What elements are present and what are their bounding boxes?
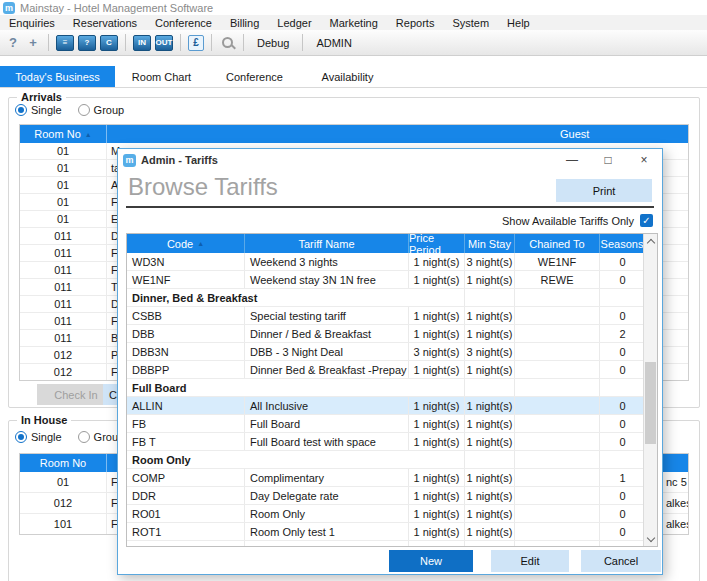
help-key-icon[interactable]: ? <box>5 35 21 50</box>
guest-right-fragment: alkes <box>666 514 689 534</box>
tariff-cell-seasons: 0 <box>600 505 645 522</box>
toolbar-separator <box>211 34 212 51</box>
debug-button[interactable]: Debug <box>251 37 295 49</box>
tariff-cell-seasons: 0 <box>600 397 645 414</box>
tariff-cell-seasons <box>600 289 645 306</box>
menu-conference[interactable]: Conference <box>146 15 221 30</box>
tariff-row[interactable]: FBFull Board1 night(s)1 night(s)0 <box>127 415 645 433</box>
app-logo-icon: m <box>3 2 15 14</box>
show-available-checkbox[interactable]: ✓ <box>640 214 653 227</box>
inhouse-title: In House <box>17 414 71 426</box>
menu-ledger[interactable]: Ledger <box>268 15 320 30</box>
inhouse-radio-group: Single Group <box>15 431 124 443</box>
tab-availability[interactable]: Availability <box>301 66 394 87</box>
tariff-cell-code: RO01 <box>127 505 245 522</box>
room-chart-icon[interactable]: ? <box>78 35 96 51</box>
tariff-cell-code: Full Board <box>127 379 409 396</box>
scrollbar-thumb[interactable] <box>645 362 656 444</box>
tariff-row[interactable]: WE1NFWeekend stay 3N 1N free1 night(s)1 … <box>127 271 645 289</box>
conference-icon[interactable]: C <box>100 35 118 51</box>
tariff-row[interactable]: DBBDinner / Bed & Breakfast1 night(s)1 n… <box>127 325 645 343</box>
scroll-up-icon[interactable] <box>647 238 654 245</box>
close-icon[interactable]: × <box>626 149 662 171</box>
arrivals-radio-group-option[interactable]: Group <box>78 104 125 116</box>
new-button[interactable]: New <box>389 550 473 572</box>
minimize-icon[interactable]: — <box>554 149 590 171</box>
add-icon[interactable]: + <box>25 35 41 50</box>
column-header-price-period[interactable]: Price Period <box>409 234 465 253</box>
tariff-cell-seasons: 0 <box>600 307 645 324</box>
inhouse-room-no-header[interactable]: Room No <box>20 454 107 472</box>
room-no-cell: 012 <box>20 364 107 380</box>
tariff-cell-name: Weekend stay 3N 1N free <box>245 271 409 288</box>
column-header-code[interactable]: Code▲ <box>127 234 245 253</box>
tariff-row[interactable]: RO01Room Only1 night(s)1 night(s)0 <box>127 505 645 523</box>
arrivals-room-no-header[interactable]: Room No ▲ <box>20 125 107 143</box>
tariff-cell-name: Complimentary <box>245 469 409 486</box>
tab-conference[interactable]: Conference <box>208 66 301 87</box>
radio-single-label: Single <box>31 431 62 443</box>
arrivals-guest-header[interactable]: Guest <box>560 125 589 143</box>
tariff-cell-price: 1 night(s) <box>409 307 465 324</box>
tariff-cell-code: WE1NF <box>127 271 245 288</box>
menu-system[interactable]: System <box>443 15 498 30</box>
tariff-row[interactable]: SCWKSelf Catering - Week1 night(s)7 nigh… <box>127 541 645 547</box>
tab-room-chart[interactable]: Room Chart <box>115 66 208 87</box>
scroll-down-icon[interactable] <box>647 535 654 542</box>
search-icon[interactable] <box>222 37 233 48</box>
tariff-row[interactable]: COMPComplimentary1 night(s)1 night(s)1 <box>127 469 645 487</box>
column-header-chained-to[interactable]: Chained To <box>515 234 600 253</box>
menu-reservations[interactable]: Reservations <box>64 15 146 30</box>
menu-billing[interactable]: Billing <box>221 15 268 30</box>
cancel-button[interactable]: Cancel <box>581 550 661 572</box>
menu-marketing[interactable]: Marketing <box>321 15 387 30</box>
tariff-cell-min <box>465 451 515 468</box>
guest-right-fragment: nc 5 <box>666 472 687 492</box>
menu-reports[interactable]: Reports <box>387 15 444 30</box>
tariff-group-row[interactable]: Room Only <box>127 451 645 469</box>
arrivals-radio-single[interactable]: Single <box>15 104 62 116</box>
check-in-icon[interactable]: IN <box>133 35 151 51</box>
column-header-tariff-name[interactable]: Tariff Name <box>245 234 409 253</box>
tariff-row[interactable]: DBBPPDinner Bed & Breakfast -Prepay1 nig… <box>127 361 645 379</box>
print-button[interactable]: Print <box>556 179 652 202</box>
room-no-cell: 101 <box>20 514 107 534</box>
tariff-row[interactable]: WD3NWeekend 3 nights1 night(s)3 night(s)… <box>127 253 645 271</box>
tariff-group-row[interactable]: Full Board <box>127 379 645 397</box>
inhouse-radio-single[interactable]: Single <box>15 431 62 443</box>
tariff-row[interactable]: CSBBSpecial testing tariff1 night(s)1 ni… <box>127 307 645 325</box>
tariff-row[interactable]: DBB3NDBB - 3 Night Deal3 night(s)3 night… <box>127 343 645 361</box>
tariff-cell-seasons: 0 <box>600 415 645 432</box>
tab-today-s-business[interactable]: Today's Business <box>0 66 115 87</box>
tariff-cell-price <box>409 379 465 396</box>
menu-enquiries[interactable]: Enquiries <box>0 15 64 30</box>
column-header-seasons[interactable]: Seasons <box>600 234 645 253</box>
dialog-title-bar[interactable]: m Admin - Tariffs — □ × <box>118 149 662 171</box>
tariff-row[interactable]: ROT1Room Only test 11 night(s)1 night(s)… <box>127 523 645 541</box>
tariff-cell-name: All Inclusive <box>245 397 409 414</box>
toolbar: ?+≡?CINOUT£DebugADMIN <box>0 30 707 56</box>
tariff-cell-name: DBB - 3 Night Deal <box>245 343 409 360</box>
room-status-icon[interactable]: ≡ <box>56 35 74 51</box>
column-header-label: Tariff Name <box>298 238 354 250</box>
tariff-cell-seasons: 2 <box>600 325 645 342</box>
tariff-cell-price: 1 night(s) <box>409 397 465 414</box>
browse-tariffs-heading: Browse Tariffs <box>128 173 278 201</box>
tariff-cell-name: Full Board <box>245 415 409 432</box>
tariff-row[interactable]: DDRDay Delegate rate1 night(s)1 night(s)… <box>127 487 645 505</box>
tariff-row[interactable]: ALLINAll Inclusive1 night(s)1 night(s)0 <box>127 397 645 415</box>
edit-button[interactable]: Edit <box>491 550 569 572</box>
maximize-icon[interactable]: □ <box>590 149 626 171</box>
tariff-cell-chained <box>515 343 600 360</box>
tariff-cell-price: 1 night(s) <box>409 325 465 342</box>
tariff-group-row[interactable]: Dinner, Bed & Breakfast <box>127 289 645 307</box>
tariff-row[interactable]: FB TFull Board test with space1 night(s)… <box>127 433 645 451</box>
vertical-scrollbar[interactable] <box>643 234 657 546</box>
admin-button[interactable]: ADMIN <box>310 37 357 49</box>
check-out-icon[interactable]: OUT <box>155 35 173 51</box>
billing-icon[interactable]: £ <box>188 35 204 51</box>
menu-help[interactable]: Help <box>498 15 539 30</box>
radio-unselected-icon <box>78 431 90 443</box>
column-header-label: Code <box>167 238 193 250</box>
column-header-min-stay[interactable]: Min Stay <box>465 234 515 253</box>
